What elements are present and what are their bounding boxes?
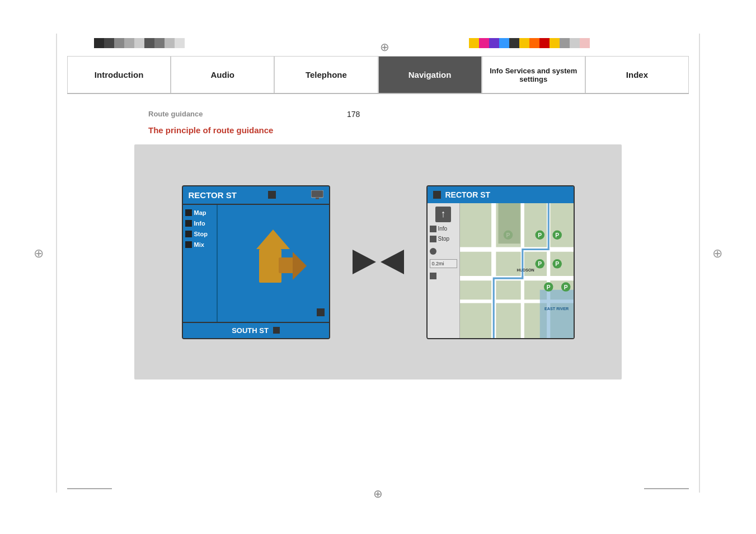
- right-border: [699, 34, 700, 493]
- left-screen-title: RECTOR ST: [189, 190, 237, 200]
- map-svg: P P P P P P P HUDSON: [460, 203, 574, 339]
- sidebar-item-mix: Mix: [185, 241, 214, 248]
- nav-screen-right: RECTOR ST ↑ Info Stop: [426, 185, 575, 339]
- svg-rect-13: [539, 289, 573, 339]
- bottom-line-left: [67, 488, 112, 489]
- left-screen-footer: SOUTH ST: [183, 322, 329, 338]
- arrow-right-icon: [353, 250, 376, 274]
- left-screen-header-square: [268, 191, 276, 199]
- svg-text:P: P: [555, 232, 559, 238]
- nav-tabs: Introduction Audio Telephone Navigation …: [67, 56, 689, 94]
- tab-info-services[interactable]: Info Services and system settings: [482, 56, 585, 93]
- right-screen-header: RECTOR ST: [428, 186, 574, 203]
- svg-rect-0: [311, 190, 323, 198]
- illustration-box: RECTOR ST Map Info Stop: [134, 144, 622, 380]
- left-screen-sidebar: Map Info Stop Mix: [183, 205, 218, 322]
- svg-text:EAST RIVER: EAST RIVER: [544, 306, 569, 311]
- svg-text:P: P: [555, 261, 559, 267]
- page-number: 178: [347, 110, 360, 119]
- svg-text:P: P: [538, 261, 542, 267]
- left-screen-header: RECTOR ST: [183, 186, 329, 205]
- section-title: The principle of route guidance: [148, 125, 273, 135]
- svg-text:P: P: [546, 284, 550, 290]
- right-mid-crosshair: ⊕: [712, 246, 722, 261]
- tab-navigation[interactable]: Navigation: [378, 56, 482, 93]
- tv-icon: [311, 190, 323, 199]
- bottom-line-right: [644, 488, 689, 489]
- svg-rect-1: [316, 198, 319, 199]
- svg-text:P: P: [564, 284, 567, 290]
- tab-audio[interactable]: Audio: [171, 56, 274, 93]
- left-mid-crosshair: ⊕: [34, 246, 44, 261]
- tab-introduction[interactable]: Introduction: [67, 56, 171, 93]
- direction-arrows: [353, 250, 404, 274]
- right-screen-map: P P P P P P P HUDSON: [460, 203, 574, 339]
- svg-text:P: P: [538, 232, 542, 238]
- color-bar-right: [469, 38, 590, 48]
- tab-index[interactable]: Index: [585, 56, 689, 93]
- left-border: [56, 34, 57, 493]
- svg-text:HUDSON: HUDSON: [516, 267, 534, 272]
- turn-arrow: [240, 227, 307, 299]
- right-screen-controls: ↑ Info Stop 0.2mi: [428, 203, 460, 339]
- color-bar-left: [94, 38, 185, 48]
- svg-marker-3: [256, 229, 290, 249]
- left-screen-main: [218, 205, 329, 322]
- top-center-crosshair: ⊕: [378, 40, 391, 54]
- svg-marker-5: [293, 252, 307, 280]
- svg-rect-2: [259, 249, 281, 283]
- sidebar-item-info: Info: [185, 220, 214, 227]
- svg-rect-28: [498, 203, 520, 243]
- arrow-left-icon: [381, 250, 404, 274]
- sidebar-item-stop: Stop: [185, 231, 214, 237]
- bottom-crosshair: ⊕: [373, 487, 383, 500]
- sidebar-item-map: Map: [185, 209, 214, 216]
- tab-telephone[interactable]: Telephone: [274, 56, 378, 93]
- route-guidance-label: Route guidance: [148, 110, 203, 118]
- nav-screen-left: RECTOR ST Map Info Stop: [182, 185, 330, 339]
